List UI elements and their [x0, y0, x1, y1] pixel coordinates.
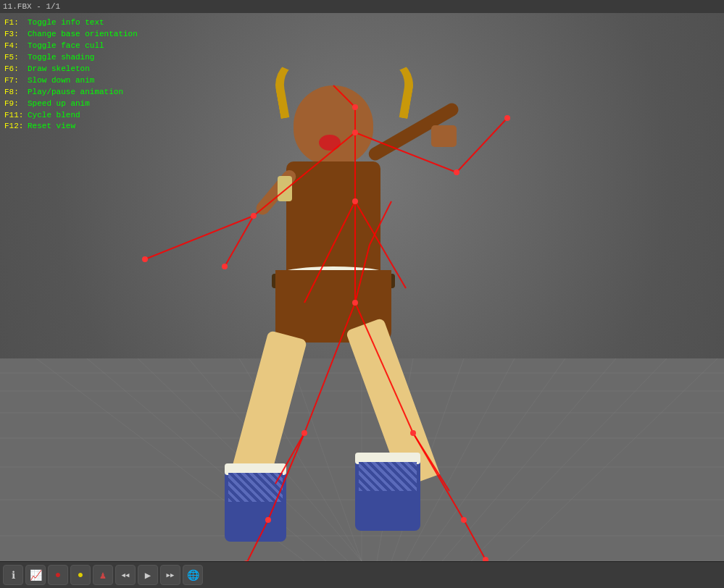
toolbar: ℹ📈●●♟◀◀▶▶▶🌐 — [0, 561, 724, 588]
boot-right — [355, 458, 420, 531]
character-head — [294, 85, 373, 165]
boot-right-pattern — [359, 462, 417, 491]
title-text: 11.FBX - 1/1 — [3, 2, 60, 11]
figure-button[interactable]: ♟ — [93, 565, 113, 585]
boot-left-pattern — [228, 473, 283, 502]
yellow-sphere-button[interactable]: ● — [70, 565, 91, 585]
red-sphere-button[interactable]: ● — [48, 565, 68, 585]
character-nose — [319, 135, 341, 151]
graph-button[interactable]: 📈 — [25, 565, 46, 585]
globe-button[interactable]: 🌐 — [183, 565, 203, 585]
hand-right — [431, 125, 457, 147]
boot-left — [225, 469, 286, 542]
play-button[interactable]: ▶ — [138, 565, 158, 585]
info-button[interactable]: ℹ — [3, 565, 23, 585]
prev-button[interactable]: ◀◀ — [115, 565, 136, 585]
character-model — [210, 56, 486, 542]
glove-band — [278, 176, 292, 201]
viewport[interactable]: F1:Toggle info textF3:Change base orient… — [0, 13, 724, 561]
title-bar: 11.FBX - 1/1 — [0, 0, 724, 13]
next-button[interactable]: ▶▶ — [160, 565, 180, 585]
character-torso — [286, 161, 380, 277]
